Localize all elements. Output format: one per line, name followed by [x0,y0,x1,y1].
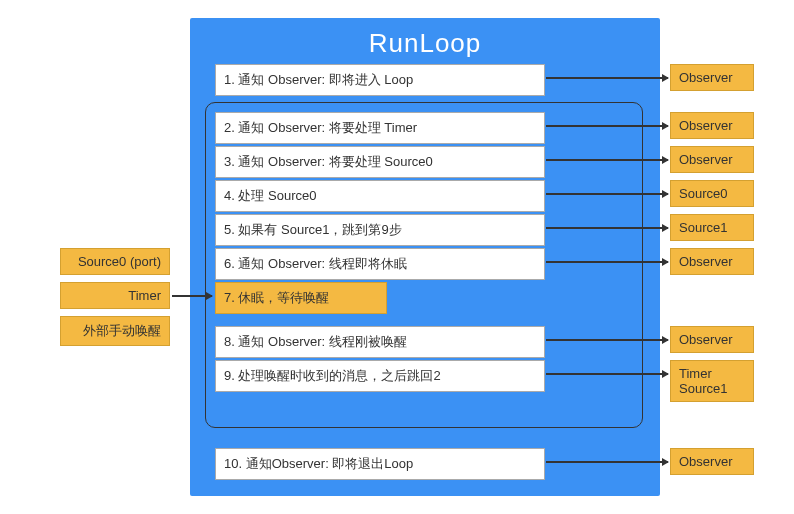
step-8: 8. 通知 Observer: 线程刚被唤醒 [215,326,545,358]
step-10: 10. 通知Observer: 即将退出Loop [215,448,545,480]
arrow-6r [546,261,668,263]
arrow-2r [546,125,668,127]
arrow-8r [546,339,668,341]
right-observer-10: Observer [670,448,754,475]
right-observer-8: Observer [670,326,754,353]
right-observer-1: Observer [670,64,754,91]
arrow-10r [546,461,668,463]
right-source1: Source1 [670,214,754,241]
step-5: 5. 如果有 Source1，跳到第9步 [215,214,545,246]
left-timer: Timer [60,282,170,309]
arrow-5r [546,227,668,229]
right-observer-3: Observer [670,146,754,173]
step-1: 1. 通知 Observer: 即将进入 Loop [215,64,545,96]
arrow-4r [546,193,668,195]
right-observer-6: Observer [670,248,754,275]
step-7: 7. 休眠，等待唤醒 [215,282,387,314]
arrow-timer-in [172,295,212,297]
left-source0: Source0 (port) [60,248,170,275]
step-4: 4. 处理 Source0 [215,180,545,212]
arrow-9r [546,373,668,375]
runloop-title: RunLoop [190,18,660,67]
step-6: 6. 通知 Observer: 线程即将休眠 [215,248,545,280]
step-9: 9. 处理唤醒时收到的消息，之后跳回2 [215,360,545,392]
right-source0: Source0 [670,180,754,207]
step-2: 2. 通知 Observer: 将要处理 Timer [215,112,545,144]
right-observer-2: Observer [670,112,754,139]
right-timer-src: Timer Source1 [670,360,754,402]
step-3: 3. 通知 Observer: 将要处理 Source0 [215,146,545,178]
left-wake: 外部手动唤醒 [60,316,170,346]
arrow-3r [546,159,668,161]
arrow-1r [546,77,668,79]
